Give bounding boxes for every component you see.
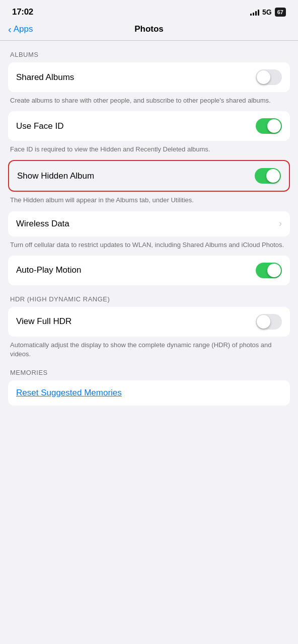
status-bar: 17:02 5G 67 <box>0 0 298 20</box>
wireless-data-footer: Turn off cellular data to restrict updat… <box>0 236 298 250</box>
face-id-row: Use Face ID <box>8 111 290 141</box>
wireless-data-label: Wireless Data <box>16 219 69 229</box>
auto-play-card: Auto-Play Motion <box>8 256 290 285</box>
auto-play-toggle[interactable] <box>256 263 282 278</box>
reset-memories-link[interactable]: Reset Suggested Memories <box>16 388 122 398</box>
view-full-hdr-row: View Full HDR <box>8 307 290 337</box>
shared-albums-label: Shared Albums <box>16 72 74 83</box>
memories-section: MEMORIES Reset Suggested Memories <box>0 369 298 406</box>
memories-section-header: MEMORIES <box>0 369 298 380</box>
shared-albums-footer: Create albums to share with other people… <box>0 92 298 105</box>
wireless-data-row[interactable]: Wireless Data › <box>8 211 290 236</box>
wireless-data-card: Wireless Data › <box>8 211 290 236</box>
status-icons: 5G 67 <box>250 8 286 17</box>
face-id-toggle[interactable] <box>256 118 282 134</box>
face-id-card: Use Face ID <box>8 111 290 141</box>
view-full-hdr-label: View Full HDR <box>16 316 71 327</box>
auto-play-label: Auto-Play Motion <box>16 265 81 275</box>
show-hidden-album-label: Show Hidden Album <box>17 171 94 181</box>
settings-content: ALBUMS Shared Albums Create albums to sh… <box>0 41 298 426</box>
shared-albums-row: Shared Albums <box>8 62 290 92</box>
face-id-footer: Face ID is required to view the Hidden a… <box>0 141 298 154</box>
back-button[interactable]: ‹ Apps <box>8 24 33 34</box>
reset-memories-card: Reset Suggested Memories <box>8 380 290 406</box>
network-label: 5G <box>262 8 272 16</box>
view-full-hdr-card: View Full HDR <box>8 307 290 337</box>
show-hidden-album-card: Show Hidden Album <box>8 160 290 192</box>
auto-play-row: Auto-Play Motion <box>8 256 290 285</box>
chevron-left-icon: ‹ <box>8 24 12 34</box>
hdr-section-header: HDR (HIGH DYNAMIC RANGE) <box>0 295 298 307</box>
show-hidden-album-row: Show Hidden Album <box>9 161 289 191</box>
nav-bar: ‹ Apps Photos <box>0 20 298 41</box>
show-hidden-album-footer: The Hidden album will appear in the Albu… <box>0 192 298 205</box>
status-time: 17:02 <box>12 7 33 17</box>
shared-albums-toggle[interactable] <box>256 69 282 85</box>
albums-section-header: ALBUMS <box>0 51 298 62</box>
battery-icon: 67 <box>275 8 286 17</box>
shared-albums-card: Shared Albums <box>8 62 290 92</box>
hdr-section: HDR (HIGH DYNAMIC RANGE) View Full HDR A… <box>0 295 298 359</box>
albums-section: ALBUMS Shared Albums Create albums to sh… <box>0 51 298 285</box>
page-title: Photos <box>134 24 164 34</box>
view-full-hdr-footer: Automatically adjust the display to show… <box>0 337 298 359</box>
reset-memories-row[interactable]: Reset Suggested Memories <box>8 380 290 406</box>
show-hidden-album-toggle[interactable] <box>255 168 281 184</box>
chevron-right-icon: › <box>279 218 282 229</box>
face-id-label: Use Face ID <box>16 121 63 131</box>
back-label: Apps <box>14 24 33 34</box>
signal-icon <box>250 9 259 16</box>
view-full-hdr-toggle[interactable] <box>256 314 282 330</box>
